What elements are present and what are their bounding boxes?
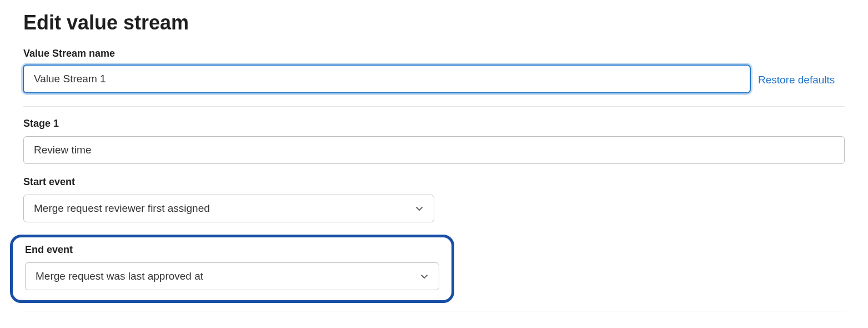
chevron-down-icon xyxy=(415,204,424,213)
divider xyxy=(23,311,845,311)
start-event-label: Start event xyxy=(23,176,845,188)
chevron-down-icon xyxy=(420,272,429,281)
value-stream-name-label: Value Stream name xyxy=(23,48,750,59)
page-title: Edit value stream xyxy=(23,11,845,34)
stage-name-input[interactable] xyxy=(23,136,845,164)
value-stream-name-input[interactable] xyxy=(23,65,750,93)
name-row: Value Stream name Restore defaults xyxy=(23,48,845,93)
restore-defaults-link[interactable]: Restore defaults xyxy=(758,74,835,86)
divider xyxy=(23,106,845,107)
stage-label: Stage 1 xyxy=(23,118,845,130)
end-event-label: End event xyxy=(25,244,439,256)
end-event-highlight: End event Merge request was last approve… xyxy=(10,235,454,303)
name-field-wrapper: Value Stream name xyxy=(23,48,750,93)
start-event-dropdown[interactable]: Merge request reviewer first assigned xyxy=(23,195,434,222)
start-event-block: Start event Merge request reviewer first… xyxy=(23,176,845,222)
start-event-value: Merge request reviewer first assigned xyxy=(34,202,415,215)
end-event-dropdown[interactable]: Merge request was last approved at xyxy=(25,262,439,290)
end-event-value: Merge request was last approved at xyxy=(36,270,420,282)
